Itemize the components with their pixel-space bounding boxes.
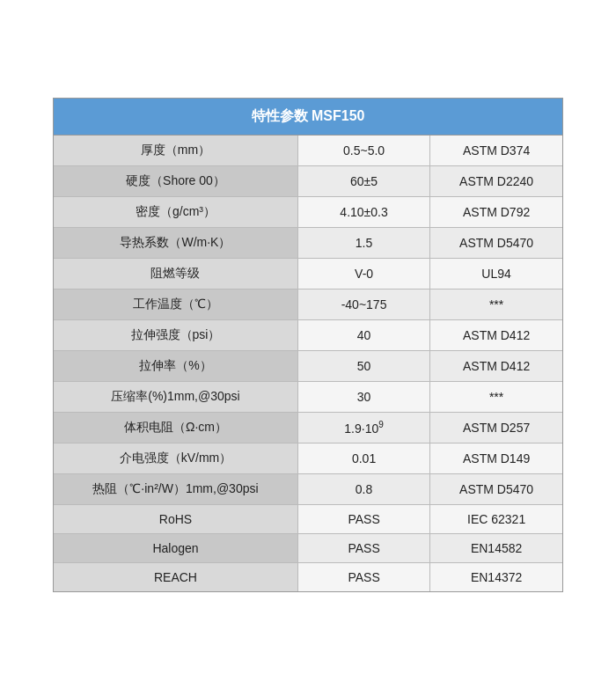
table-row: 压缩率(%)1mm,@30psi30*** (54, 381, 562, 412)
property-cell: 密度（g/cm³） (54, 196, 297, 227)
standard-cell: EN14372 (430, 562, 562, 591)
standard-cell: *** (430, 289, 562, 319)
standard-cell: ASTM D374 (430, 136, 562, 166)
property-cell: 厚度（mm） (54, 136, 297, 166)
property-cell: 热阻（℃·in²/W）1mm,@30psi (54, 473, 297, 504)
value-cell: 40 (297, 319, 429, 350)
property-cell: 拉伸率（%） (54, 350, 297, 381)
standard-cell: ASTM D792 (430, 196, 562, 227)
table-row: REACHPASSEN14372 (54, 562, 562, 591)
table-row: 导热系数（W/m·K）1.5ASTM D5470 (54, 227, 562, 258)
table-row: 热阻（℃·in²/W）1mm,@30psi0.8ASTM D5470 (54, 473, 562, 504)
standard-cell: EN14582 (430, 533, 562, 562)
standard-cell: ASTM D412 (430, 350, 562, 381)
value-cell: PASS (297, 533, 429, 562)
table-row: HalogenPASSEN14582 (54, 533, 562, 562)
property-cell: RoHS (54, 504, 297, 533)
value-cell: PASS (297, 504, 429, 533)
standard-cell: *** (430, 381, 562, 412)
property-cell: 阻燃等级 (54, 258, 297, 289)
property-cell: REACH (54, 562, 297, 591)
table-row: 硬度（Shore 00）60±5ASTM D2240 (54, 165, 562, 196)
value-cell: 60±5 (297, 165, 429, 196)
value-cell: PASS (297, 562, 429, 591)
spec-table-container: 特性参数 MSF150 厚度（mm）0.5~5.0ASTM D374硬度（Sho… (53, 98, 563, 592)
standard-cell: ASTM D5470 (430, 473, 562, 504)
property-cell: Halogen (54, 533, 297, 562)
value-cell: -40~175 (297, 289, 429, 319)
standard-cell: IEC 62321 (430, 504, 562, 533)
standard-cell: ASTM D2240 (430, 165, 562, 196)
property-cell: 压缩率(%)1mm,@30psi (54, 381, 297, 412)
value-cell: 0.5~5.0 (297, 136, 429, 166)
property-cell: 硬度（Shore 00） (54, 165, 297, 196)
standard-cell: ASTM D412 (430, 319, 562, 350)
value-cell: V-0 (297, 258, 429, 289)
value-cell: 0.01 (297, 443, 429, 473)
spec-table: 厚度（mm）0.5~5.0ASTM D374硬度（Shore 00）60±5AS… (54, 136, 562, 591)
property-cell: 体积电阻（Ω·cm） (54, 412, 297, 443)
value-cell: 30 (297, 381, 429, 412)
value-cell: 50 (297, 350, 429, 381)
table-header: 特性参数 MSF150 (54, 99, 562, 136)
value-cell: 1.9·109 (297, 412, 429, 443)
table-row: RoHSPASSIEC 62321 (54, 504, 562, 533)
property-cell: 工作温度（℃） (54, 289, 297, 319)
table-row: 拉伸强度（psi）40ASTM D412 (54, 319, 562, 350)
table-row: 体积电阻（Ω·cm）1.9·109ASTM D257 (54, 412, 562, 443)
standard-cell: ASTM D257 (430, 412, 562, 443)
table-row: 拉伸率（%）50ASTM D412 (54, 350, 562, 381)
table-row: 厚度（mm）0.5~5.0ASTM D374 (54, 136, 562, 166)
value-cell: 4.10±0.3 (297, 196, 429, 227)
standard-cell: ASTM D149 (430, 443, 562, 473)
table-row: 密度（g/cm³）4.10±0.3ASTM D792 (54, 196, 562, 227)
property-cell: 介电强度（kV/mm） (54, 443, 297, 473)
table-row: 介电强度（kV/mm）0.01ASTM D149 (54, 443, 562, 473)
value-cell: 1.5 (297, 227, 429, 258)
table-row: 阻燃等级V-0UL94 (54, 258, 562, 289)
table-row: 工作温度（℃）-40~175*** (54, 289, 562, 319)
property-cell: 导热系数（W/m·K） (54, 227, 297, 258)
value-cell: 0.8 (297, 473, 429, 504)
standard-cell: UL94 (430, 258, 562, 289)
standard-cell: ASTM D5470 (430, 227, 562, 258)
property-cell: 拉伸强度（psi） (54, 319, 297, 350)
